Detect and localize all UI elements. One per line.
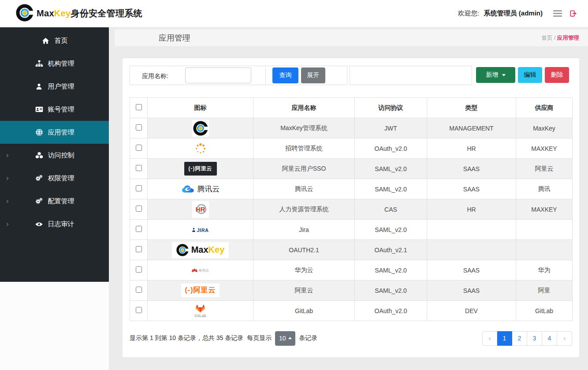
chevron-right-icon: › [6, 151, 9, 159]
sidebar-item-label: 账号管理 [48, 105, 74, 114]
table-row[interactable]: 华为云华为云SAML_v2.0SAAS华为 [130, 260, 573, 280]
vendor-cell: MAXKEY [516, 138, 573, 159]
app-icon-cell [148, 138, 253, 159]
table-row[interactable]: HR人力资源管理系统CASHRMAXKEY [130, 199, 573, 220]
row-checkbox[interactable] [136, 206, 142, 212]
chevron-right-icon: › [6, 174, 9, 182]
query-button[interactable]: 查询 [272, 67, 298, 83]
type-cell: SAAS [427, 280, 516, 301]
add-button[interactable]: 新增 [476, 67, 515, 83]
sidebar-item-org[interactable]: 机构管理 [0, 52, 109, 75]
row-checkbox[interactable] [136, 307, 142, 313]
globe-icon [35, 128, 44, 136]
alicloud-dark-icon: (-)阿里云 [184, 164, 217, 172]
sidebar-item-user[interactable]: 用户管理 [0, 75, 109, 98]
topbar: MaxKey身份安全管理系统 欢迎您: 系统管理员 (admin) [0, 0, 588, 27]
prev-page-button[interactable]: ‹ [482, 331, 497, 346]
row-checkbox[interactable] [136, 145, 142, 151]
page-size-dropdown[interactable]: 10 [275, 331, 295, 346]
table-header-row: 图标应用名称访问协议类型供应商 [130, 98, 573, 118]
sidebar-item-account[interactable]: 账号管理 [0, 98, 109, 121]
user-icon [35, 83, 44, 90]
brand-suffix: 身份安全管理系统 [71, 8, 142, 18]
delete-button[interactable]: 删除 [545, 67, 569, 83]
app-icon-cell: MaxKey [148, 240, 253, 260]
app-name-cell: 人力资源管理系统 [253, 199, 355, 220]
app-name-cell: 阿里云用户SSO [253, 159, 355, 179]
row-checkbox[interactable] [136, 226, 142, 232]
hr-logo-icon: HR [192, 205, 209, 212]
app-name-cell: 腾讯云 [253, 179, 355, 199]
app-name-cell: OAUTH2.1 [253, 240, 355, 260]
row-checkbox[interactable] [136, 266, 142, 273]
sidebar-item-access[interactable]: ›访问控制 [0, 144, 109, 167]
app-name-cell: 招聘管理系统 [253, 138, 355, 159]
row-checkbox[interactable] [136, 165, 142, 171]
brand[interactable]: MaxKey身份安全管理系统 [16, 4, 142, 23]
app-name-cell: 华为云 [253, 260, 355, 280]
page-title: 应用管理 [159, 33, 190, 43]
page-header: 应用管理 首页 / 应用管理 [115, 30, 588, 46]
table-row[interactable]: GitLabGitLabOAuth_v2.0DEVGitLab [130, 301, 573, 321]
current-user: 系统管理员 (admin) [484, 9, 543, 18]
breadcrumb-home[interactable]: 首页 [542, 35, 553, 41]
table-row[interactable]: JIRAJiraSAML_v2.0 [130, 220, 573, 240]
sidebar-item-audit[interactable]: ›日志审计 [0, 213, 109, 235]
table-row[interactable]: 招聘管理系统OAuth_v2.0HRMAXKEY [130, 138, 573, 159]
page-button-1[interactable]: 1 [497, 331, 512, 346]
gitlab-logo-icon: GitLab [194, 306, 206, 314]
page-button-2[interactable]: 2 [512, 331, 527, 346]
alicloud-orange-icon: (-)阿里云 [181, 286, 220, 293]
table-row[interactable]: (-)阿里云阿里云用户SSOSAML_v2.0SAAS阿里云 [130, 159, 573, 179]
breadcrumb: 首页 / 应用管理 [542, 34, 579, 42]
protocol-cell: OAuth_v2.0 [355, 301, 427, 321]
menu-toggle-icon[interactable] [553, 10, 562, 17]
topbar-right: 欢迎您: 系统管理员 (admin) [458, 9, 577, 18]
expand-button[interactable]: 展开 [301, 67, 325, 83]
page-size-value: 10 [279, 335, 286, 342]
row-checkbox[interactable] [136, 185, 142, 191]
page-button-4[interactable]: 4 [542, 331, 557, 346]
gears-icon [35, 174, 44, 182]
row-checkbox[interactable] [136, 287, 142, 293]
breadcrumb-separator: / [554, 35, 555, 41]
app-icon-cell: GitLab [148, 301, 253, 321]
sidebar-item-label: 用户管理 [48, 82, 74, 91]
page-button-3[interactable]: 3 [527, 331, 542, 346]
sidebar-item-permission[interactable]: ›权限管理 [0, 167, 109, 190]
type-cell [427, 220, 516, 240]
sidebar-item-label: 访问控制 [48, 151, 74, 160]
sidebar-menu: 首页机构管理用户管理账号管理应用管理›访问控制›权限管理›配置管理›日志审计 [0, 27, 109, 282]
row-checkbox[interactable] [136, 124, 142, 131]
protocol-cell: SAML_v2.0 [355, 280, 427, 301]
app-icon-cell: (-)阿里云 [148, 159, 253, 179]
vendor-cell [516, 240, 573, 260]
next-page-button[interactable]: › [557, 331, 572, 346]
table-row[interactable]: 腾讯云腾讯云SAML_v2.0SAAS腾讯 [130, 179, 573, 199]
row-checkbox[interactable] [136, 246, 142, 252]
row-checkbox-cell [130, 280, 148, 301]
type-cell: MANAGEMENT [427, 118, 516, 138]
table-row[interactable]: MaxKey管理系统JWTMANAGEMENTMaxKey [130, 118, 573, 138]
type-cell: SAAS [427, 179, 516, 199]
protocol-cell: JWT [355, 118, 427, 138]
sidebar-item-home[interactable]: 首页 [0, 29, 109, 52]
sidebar-item-app[interactable]: 应用管理 [0, 121, 109, 144]
table-row[interactable]: MaxKeyOAUTH2.1OAuth_v2.1 [130, 240, 573, 260]
column-header: 应用名称 [253, 98, 355, 118]
tencent-cloud-icon: 腾讯云 [181, 185, 220, 192]
edit-button[interactable]: 编辑 [518, 67, 542, 83]
per-page-suffix: 条记录 [299, 334, 317, 342]
logout-icon[interactable] [569, 9, 577, 18]
svg-text:HR: HR [195, 205, 205, 213]
sidebar-item-label: 应用管理 [48, 128, 74, 137]
app-window: MaxKey身份安全管理系统 欢迎您: 系统管理员 (admin) 首页机构管理… [0, 0, 588, 370]
table-row[interactable]: (-)阿里云阿里云SAML_v2.0SAAS阿里 [130, 280, 573, 301]
app-icon-cell [148, 118, 253, 138]
sitemap-icon [35, 60, 44, 67]
row-checkbox-cell [130, 240, 148, 260]
app-name-input[interactable] [185, 67, 251, 83]
select-all-checkbox[interactable] [136, 104, 142, 110]
vendor-cell: 阿里云 [516, 159, 573, 179]
sidebar-item-config[interactable]: ›配置管理 [0, 190, 109, 213]
